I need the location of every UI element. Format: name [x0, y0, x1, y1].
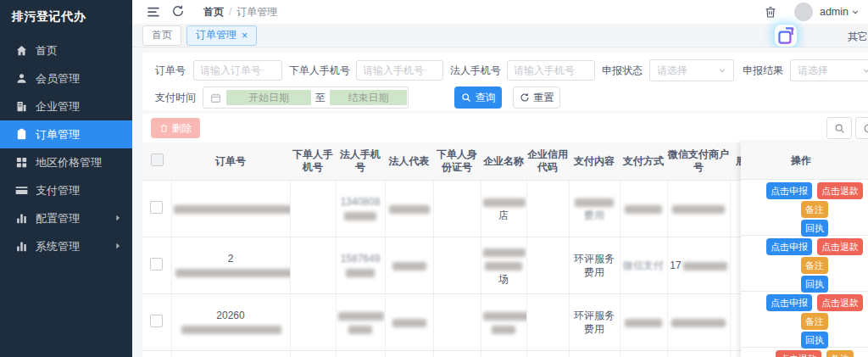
redacted-text — [344, 212, 376, 220]
redacted-text — [392, 262, 426, 271]
declare-result-select[interactable]: 请选择 — [790, 59, 868, 81]
delete-button[interactable]: 删除 — [151, 118, 200, 138]
sidebar-item-orders[interactable]: 订单管理 — [0, 120, 132, 148]
column-header: 微信支付商户号 — [667, 142, 730, 181]
table-cell — [667, 181, 730, 237]
table-cell — [290, 181, 336, 237]
refund-button[interactable]: 点击退款 — [817, 238, 863, 255]
receipt-button[interactable]: 回执 — [801, 276, 828, 293]
redacted-text — [483, 312, 527, 321]
legal-phone-input[interactable] — [507, 60, 595, 81]
declare-button[interactable]: 点击申报 — [766, 182, 812, 199]
tab-close-icon[interactable]: × — [242, 31, 248, 40]
sidebar-item-payment[interactable]: 支付管理 — [0, 176, 132, 204]
refund-button[interactable]: 点击退款 — [817, 182, 863, 199]
table-cell — [433, 294, 481, 351]
table-cell: 环评服务费用 — [569, 294, 620, 351]
receipt-button[interactable]: 回执 — [801, 220, 828, 237]
refresh-icon[interactable] — [171, 4, 186, 20]
table-row: 20260环评服务费用 — [142, 294, 757, 351]
declare-button[interactable]: 点击申报 — [766, 294, 812, 311]
tab-orders[interactable]: 订单管理× — [186, 25, 257, 46]
declare-status-select[interactable]: 请选择 — [649, 59, 734, 81]
chevron-right-icon — [114, 242, 122, 250]
row-checkbox[interactable] — [150, 315, 163, 327]
chevron-down-icon — [851, 8, 860, 16]
table-row: 21587649场环评服务费用微信支付17 — [142, 237, 757, 294]
select-all-checkbox[interactable] — [151, 153, 164, 166]
sidebar-item-home[interactable]: 首页 — [0, 36, 132, 64]
table-cell — [481, 351, 526, 357]
column-header: 下单人身份证号 — [433, 142, 481, 181]
table-cell: 店 — [481, 181, 526, 237]
row-checkbox[interactable] — [150, 201, 163, 214]
remark-button[interactable]: 备注 — [801, 201, 828, 218]
column-header: 支付内容 — [569, 142, 620, 181]
table-cell — [667, 294, 730, 351]
redacted-text — [492, 326, 515, 334]
declare-status-label: 申报状态 — [602, 64, 643, 78]
refund-button[interactable]: 点击退款 — [776, 350, 821, 357]
search-icon — [834, 123, 845, 134]
receipt-button[interactable]: 回执 — [801, 332, 828, 349]
user-icon — [15, 72, 28, 85]
search-button[interactable]: 查询 — [454, 86, 502, 109]
table-search-toggle-button[interactable] — [826, 117, 852, 139]
sidebar-item-members[interactable]: 会员管理 — [0, 64, 132, 92]
remark-button[interactable]: 备注 — [801, 313, 828, 330]
filter-row-1: 订单号 下单人手机号 法人手机号 申报状态 请选择 申报结果 请选择 — [155, 59, 868, 81]
table-panel: 删除 订单号下单人手机号法人手机号法人代表下单人身份证号企业名称企业信用代码支付… — [142, 114, 868, 357]
table-cell — [620, 351, 667, 357]
remark-button[interactable]: 备注 — [801, 257, 828, 274]
blurred-text: 微信支付 — [622, 259, 665, 272]
sidebar-item-label: 支付管理 — [36, 183, 80, 198]
other-actions-button[interactable]: 其它操作 — [848, 30, 868, 44]
tab-home[interactable]: 首页 — [142, 25, 181, 46]
sidebar-item-system[interactable]: 系统管理 — [0, 232, 132, 260]
avatar[interactable] — [794, 3, 813, 21]
trash-icon[interactable] — [764, 5, 777, 19]
table-cell — [667, 351, 730, 357]
table-cell — [433, 237, 481, 294]
filter-row-2: 支付时间 开始日期 至 结束日期 查询 重置 — [155, 86, 868, 109]
app-title: 排污登记代办 — [0, 0, 132, 25]
pay-time-label: 支付时间 — [155, 91, 196, 105]
table-row — [142, 351, 757, 357]
remark-button[interactable]: 备注 — [826, 350, 854, 357]
user-menu[interactable]: admin — [820, 6, 860, 18]
buyer-phone-input[interactable] — [356, 60, 443, 81]
chart-icon — [15, 212, 28, 225]
declare-result-label: 申报结果 — [743, 64, 783, 78]
redacted-text — [174, 205, 291, 214]
row-checkbox[interactable] — [150, 258, 163, 271]
reset-button[interactable]: 重置 — [513, 86, 560, 109]
column-header: 订单号 — [171, 142, 290, 181]
sidebar-item-region-price[interactable]: 地区价格管理 — [0, 148, 132, 176]
refund-button[interactable]: 点击退款 — [817, 294, 863, 311]
table-cell: 场 — [481, 237, 526, 294]
table-cell: 微信支付 — [620, 237, 667, 294]
redacted-text — [338, 312, 384, 321]
tab-label: 订单管理 — [196, 28, 236, 42]
blurred-text: 1587649 — [338, 252, 383, 265]
declare-button[interactable]: 点击申报 — [766, 238, 812, 255]
breadcrumb-home[interactable]: 首页 — [203, 5, 224, 20]
card-icon — [15, 184, 28, 197]
start-date-input[interactable]: 开始日期 — [226, 90, 311, 105]
collapse-menu-icon[interactable] — [146, 4, 161, 20]
table-cell — [526, 181, 569, 237]
table-cell — [290, 351, 336, 357]
table-cell: 环评服务费用 — [569, 237, 620, 294]
export-extension-icon[interactable] — [775, 25, 797, 47]
end-date-input[interactable]: 结束日期 — [330, 90, 407, 105]
sidebar-item-label: 配置管理 — [36, 211, 80, 226]
order-no-label: 订单号 — [155, 64, 186, 78]
sidebar-item-config[interactable]: 配置管理 — [0, 204, 132, 232]
grid-icon — [15, 156, 28, 169]
order-no-input[interactable] — [193, 60, 282, 81]
table-refresh-button[interactable] — [855, 117, 868, 139]
column-header: 支付方式 — [620, 142, 667, 181]
sidebar-item-companies[interactable]: 企业管理 — [0, 92, 132, 120]
pay-time-range-picker[interactable]: 开始日期 至 结束日期 — [203, 86, 409, 109]
table-cell: 2 — [171, 237, 290, 294]
